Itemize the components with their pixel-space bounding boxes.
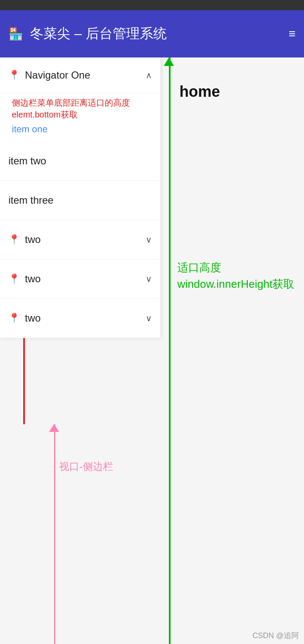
sidebar-nav-two-2[interactable]: 📍 two ∨ bbox=[0, 259, 160, 299]
header-store-icon: 🏪 bbox=[8, 27, 23, 41]
sidebar-item-three[interactable]: item three bbox=[0, 181, 160, 220]
sidebar-item-two[interactable]: item two bbox=[0, 142, 160, 181]
header: 🏪 冬菜尖 – 后台管理系统 ≡ bbox=[0, 10, 304, 57]
sidebar-item-one[interactable]: item one bbox=[0, 122, 160, 142]
nav-two-2-chevron-down-icon: ∨ bbox=[146, 274, 152, 284]
nav-two-1-label: two bbox=[25, 234, 146, 246]
sidebar-nav-two-3[interactable]: 📍 two ∨ bbox=[0, 299, 160, 338]
sidebar-navigator-one-row[interactable]: 📍 Navigator One ∧ bbox=[0, 57, 160, 93]
nav-two-3-icon: 📍 bbox=[8, 313, 20, 324]
navigator-one-icon: 📍 bbox=[8, 70, 20, 81]
navigator-one-label: Navigator One bbox=[25, 69, 146, 81]
sidebar-nav-two-1[interactable]: 📍 two ∨ bbox=[0, 220, 160, 259]
header-title: 冬菜尖 – 后台管理系统 bbox=[30, 25, 289, 43]
sidebar: 📍 Navigator One ∧ 侧边栏菜单底部距离适口的高度 elemt.b… bbox=[0, 57, 160, 338]
annotation-viewport-height: 适口高度 window.innerHeight获取 bbox=[177, 259, 294, 292]
navigator-one-chevron-up-icon: ∧ bbox=[146, 70, 152, 80]
annotation-red-line1: 侧边栏菜单底部距离适口的高度 bbox=[12, 97, 152, 109]
annotation-viewport-label: 适口高度 bbox=[177, 259, 294, 276]
main-area: home 适口高度 window.innerHeight获取 视口-侧边栏 CS… bbox=[0, 57, 304, 644]
nav-two-2-icon: 📍 bbox=[8, 273, 20, 284]
header-menu-icon[interactable]: ≡ bbox=[289, 27, 296, 41]
nav-two-1-chevron-down-icon: ∨ bbox=[146, 235, 152, 245]
annotation-viewport-sidebar: 视口-侧边栏 bbox=[59, 460, 113, 473]
status-bar bbox=[0, 0, 304, 10]
nav-two-2-label: two bbox=[25, 273, 146, 285]
nav-two-1-icon: 📍 bbox=[8, 234, 20, 245]
watermark: CSDN @追阿 bbox=[252, 630, 299, 641]
home-label: home bbox=[179, 83, 220, 101]
annotation-viewport-method: window.innerHeight获取 bbox=[177, 276, 294, 292]
annotation-red-line2: elemt.bottom获取 bbox=[12, 109, 152, 120]
annotation-red-text: 侧边栏菜单底部距离适口的高度 elemt.bottom获取 bbox=[0, 93, 160, 122]
nav-two-3-label: two bbox=[25, 312, 146, 324]
nav-two-3-chevron-down-icon: ∨ bbox=[146, 313, 152, 323]
